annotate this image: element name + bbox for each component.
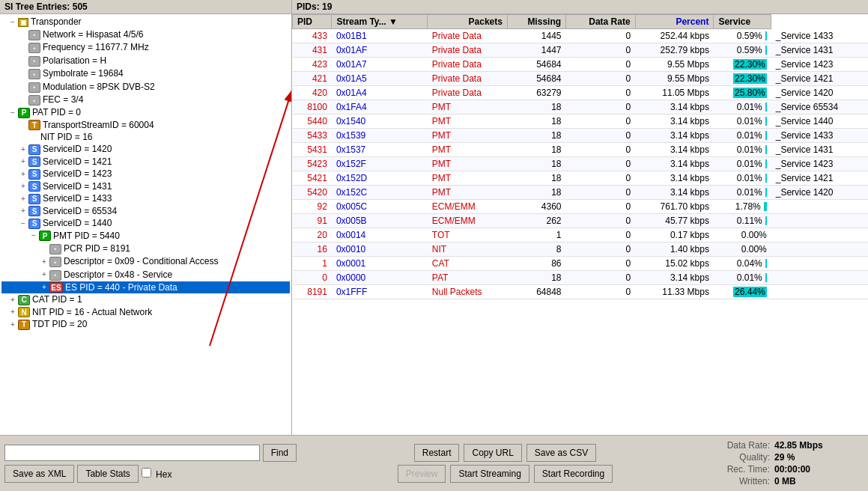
table-row[interactable]: 5433 0x1539 PMT 18 0 3.14 kbps 0.01% _Se… — [293, 129, 869, 143]
toggle-s1421[interactable]: + — [18, 156, 28, 167]
tree-item-nit[interactable]: NIT PID = 16 — [1, 131, 290, 143]
cell-missing: 0 — [566, 186, 636, 200]
tree-item-es440[interactable]: +ESES PID = 440 - Private Data — [1, 281, 290, 294]
table-row[interactable]: 5440 0x1540 PMT 18 0 3.14 kbps 0.01% _Se… — [293, 115, 869, 129]
table-row[interactable]: 5423 0x152F PMT 18 0 3.14 kbps 0.01% _Se… — [293, 157, 869, 171]
table-row[interactable]: 5431 0x1537 PMT 18 0 3.14 kbps 0.01% _Se… — [293, 143, 869, 157]
toggle-s1420[interactable]: + — [18, 144, 28, 154]
item-icon: ▪ — [28, 43, 40, 53]
tree-item-polarisation[interactable]: ▪Polarisation = H — [1, 54, 290, 67]
cell-missing: 0 — [566, 58, 636, 72]
col-stream-type[interactable]: Stream Ty... ▼ — [332, 15, 428, 29]
col-packets[interactable]: Packets — [428, 15, 508, 29]
tree-item-cat[interactable]: +CCAT PID = 1 — [1, 293, 290, 306]
tree-item-s1421[interactable]: +SServiceID = 1421 — [1, 156, 290, 168]
table-row[interactable]: 8100 0x1FA4 PMT 18 0 3.14 kbps 0.01% _Se… — [293, 100, 869, 115]
toggle-s1423[interactable]: + — [18, 168, 28, 179]
tree-item-modulation[interactable]: ▪Modulation = 8PSK DVB-S2 — [1, 80, 290, 94]
col-service[interactable]: Service — [714, 15, 771, 29]
hex-checkbox[interactable] — [142, 468, 151, 478]
tree-item-pcr[interactable]: ▪PCR PID = 8191 — [1, 242, 290, 255]
percent-bar — [765, 31, 767, 40]
table-row[interactable]: 92 0x005C ECM/EMM 4360 0 761.70 kbps 1.7… — [293, 200, 869, 214]
search-input[interactable] — [4, 445, 260, 461]
toggle-transponder[interactable]: − — [7, 16, 18, 27]
cell-packets: 18 — [507, 171, 565, 186]
tree-item-pat[interactable]: −PPAT PID = 0 — [1, 106, 290, 119]
cell-service: _Service 1420 — [771, 86, 868, 100]
table-row[interactable]: 16 0x0010 NIT 8 0 1.40 kbps 0.00% — [293, 243, 869, 257]
tree-item-pmt1440[interactable]: −PPMT PID = 5440 — [1, 230, 290, 243]
table-row[interactable]: 433 0x01B1 Private Data 1445 0 252.44 kb… — [293, 29, 869, 43]
table-row[interactable]: 91 0x005B ECM/EMM 262 0 45.77 kbps 0.11% — [293, 214, 869, 228]
table-area[interactable]: PID Stream Ty... ▼ Packets Missing Data … — [292, 14, 868, 435]
tree-item-tsid[interactable]: TTransportStreamID = 60004 — [1, 119, 290, 132]
tree-item-s1440[interactable]: −SServiceID = 1440 — [1, 217, 290, 230]
cell-percent: 0.01% — [714, 129, 771, 143]
tree-item-nit16[interactable]: +NNIT PID = 16 - Actual Network — [1, 306, 290, 319]
top-area: SI Tree Entries: 505 −▣Transponder▪Netwo… — [0, 0, 868, 435]
col-percent[interactable]: Percent — [635, 15, 714, 29]
tree-item-network[interactable]: ▪Network = Hispasat 4/5/6 — [1, 28, 290, 41]
cell-packets: 8 — [507, 243, 565, 257]
restart-button[interactable]: Restart — [414, 444, 460, 462]
cell-pid: 8191 — [293, 285, 332, 299]
save-csv-button[interactable]: Save as CSV — [526, 444, 596, 462]
table-row[interactable]: 20 0x0014 TOT 1 0 0.17 kbps 0.00% — [293, 228, 869, 243]
toggle-desc48[interactable]: + — [39, 269, 49, 280]
find-button[interactable]: Find — [263, 444, 297, 462]
col-data-rate[interactable]: Data Rate — [566, 15, 636, 29]
tree-item-s1433[interactable]: +SServiceID = 1433 — [1, 192, 290, 205]
toggle-s65534[interactable]: + — [18, 206, 28, 216]
toggle-pmt1440[interactable]: − — [28, 231, 39, 241]
cell-percent: 0.01% — [714, 115, 771, 129]
toggle-nit16[interactable]: + — [7, 307, 18, 317]
table-row[interactable]: 5420 0x152C PMT 18 0 3.14 kbps 0.01% _Se… — [293, 186, 869, 200]
table-row[interactable]: 1 0x0001 CAT 86 0 15.02 kbps 0.04% — [293, 257, 869, 271]
copy-url-button[interactable]: Copy URL — [464, 444, 521, 462]
cell-pid-hex: 0x01A7 — [332, 58, 428, 72]
item-icon: ▪ — [28, 56, 40, 67]
tree-item-symbolrate[interactable]: ▪Symbolrate = 19684 — [1, 67, 290, 81]
tree-item-desc48[interactable]: +▪Descriptor = 0x48 - Service — [1, 268, 290, 281]
table-row[interactable]: 8191 0x1FFF Null Packets 64848 0 11.33 M… — [293, 285, 869, 299]
table-row[interactable]: 421 0x01A5 Private Data 54684 0 9.55 Mbp… — [293, 72, 869, 86]
tree-item-tdt[interactable]: +TTDT PID = 20 — [1, 318, 290, 331]
tree-item-desc09[interactable]: +▪Descriptor = 0x09 - Conditional Access — [1, 255, 290, 269]
start-recording-button[interactable]: Start Recording — [534, 465, 613, 483]
preview-button[interactable]: Preview — [398, 465, 446, 483]
toggle-s1440[interactable]: − — [18, 218, 28, 228]
table-row[interactable]: 420 0x01A4 Private Data 63279 0 11.05 Mb… — [293, 86, 869, 100]
cell-percent: 1.78% — [714, 200, 771, 214]
cell-stream-type: Private Data — [428, 86, 508, 100]
tree-item-transponder[interactable]: −▣Transponder — [1, 16, 290, 28]
toggle-desc09[interactable]: + — [39, 256, 49, 266]
tree-item-fec[interactable]: ▪FEC = 3/4 — [1, 94, 290, 107]
percent-bar — [765, 159, 767, 168]
toggle-tdt[interactable]: + — [7, 319, 18, 329]
table-stats-button[interactable]: Table Stats — [77, 465, 138, 483]
cell-percent: 22.30% — [714, 58, 771, 72]
toggle-s1431[interactable]: + — [18, 181, 28, 192]
tree-item-s65534[interactable]: +SServiceID = 65534 — [1, 205, 290, 218]
tree-area[interactable]: −▣Transponder▪Network = Hispasat 4/5/6▪F… — [0, 14, 291, 435]
tree-item-s1431[interactable]: +SServiceID = 1431 — [1, 180, 290, 193]
toggle-cat[interactable]: + — [7, 294, 18, 305]
col-pid[interactable]: PID — [293, 15, 332, 29]
tree-item-s1423[interactable]: +SServiceID = 1423 — [1, 168, 290, 180]
toggle-pat[interactable]: − — [7, 107, 18, 118]
cell-percent: 0.01% — [714, 157, 771, 171]
tree-item-frequency[interactable]: ▪Frequency = 11677.7 MHz — [1, 41, 290, 55]
col-missing[interactable]: Missing — [507, 15, 565, 29]
save-xml-button[interactable]: Save as XML — [4, 465, 74, 483]
table-row[interactable]: 431 0x01AF Private Data 1447 0 252.79 kb… — [293, 43, 869, 58]
table-row[interactable]: 0 0x0000 PAT 18 0 3.14 kbps 0.01% — [293, 271, 869, 285]
table-row[interactable]: 423 0x01A7 Private Data 54684 0 9.55 Mbp… — [293, 58, 869, 72]
tree-item-s1420[interactable]: +SServiceID = 1420 — [1, 143, 290, 156]
toggle-s1433[interactable]: + — [18, 193, 28, 204]
toggle-es440[interactable]: + — [39, 282, 49, 293]
start-streaming-button[interactable]: Start Streaming — [450, 465, 529, 483]
item-icon: ▪ — [28, 69, 40, 79]
cell-pid-hex: 0x01B1 — [332, 29, 428, 43]
table-row[interactable]: 5421 0x152D PMT 18 0 3.14 kbps 0.01% _Se… — [293, 171, 869, 186]
